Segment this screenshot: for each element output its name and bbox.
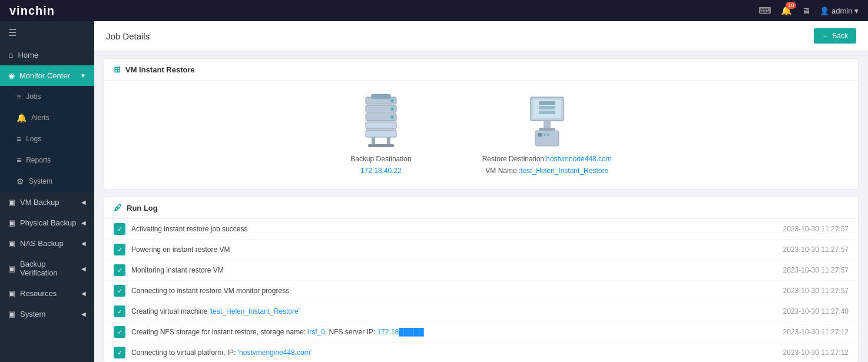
keyboard-icon[interactable]: ⌨	[758, 5, 771, 16]
sidebar-label-reports: Reports	[26, 156, 51, 164]
vm-instant-restore-header: ⊞ VM Instant Restore	[104, 59, 858, 81]
sidebar-sub-monitor: ≡ Jobs 🔔 Alerts ≡ Logs ≡ Reports ⚙ Syste…	[0, 86, 94, 192]
log-message: Activating instant restore job success	[131, 225, 783, 233]
sidebar-item-backup-verification[interactable]: ▣ Backup Verification ◀	[0, 254, 94, 283]
sidebar-label-logs: Logs	[26, 135, 41, 143]
sidebar-toggle[interactable]: ☰	[0, 21, 94, 44]
sidebar-item-nas-backup[interactable]: ▣ NAS Backup ◀	[0, 233, 94, 254]
sidebar-item-reports[interactable]: ≡ Reports	[0, 150, 94, 171]
log-check-icon: ✓	[114, 244, 125, 255]
log-row: ✓Creating NFS storage for instant restor…	[104, 322, 858, 343]
svg-rect-9	[372, 137, 375, 145]
vm-name-link[interactable]: test_Helen_Instant_Restore	[521, 167, 608, 175]
sidebar-item-resources[interactable]: ▣ Resources ◀	[0, 283, 94, 304]
monitor-center-icon: ◉	[8, 71, 15, 80]
sidebar-label-alerts: Alerts	[31, 114, 49, 122]
sidebar-item-jobs[interactable]: ≡ Jobs	[0, 86, 94, 107]
system-sub-icon: ⚙	[16, 177, 24, 186]
home-icon: ⌂	[8, 50, 13, 59]
svg-rect-16	[539, 111, 555, 114]
log-row: ✓Activating instant restore job success2…	[104, 219, 858, 240]
logo-chin: chin	[28, 4, 55, 17]
logo-vin: vin	[9, 4, 28, 17]
backup-verification-icon: ▣	[8, 264, 15, 273]
log-message: Powering on instant restore VM	[131, 245, 783, 254]
log-message: Connecting to virtual platform, IP: 'hos…	[131, 348, 783, 357]
chevron-left-icon5: ◀	[81, 290, 86, 297]
back-button[interactable]: ← Back	[814, 28, 856, 44]
jobs-icon: ≡	[16, 92, 21, 101]
sidebar-label-resources: Resources	[20, 289, 57, 298]
restore-destination-label: Restore Destination:hostvmnode448.com	[482, 155, 612, 163]
desktop-icon	[526, 94, 568, 150]
sidebar-item-logs[interactable]: ≡ Logs	[0, 128, 94, 150]
logo: vinchin	[9, 4, 55, 18]
log-message: Creating virtual machine 'test_Helen_Ins…	[131, 307, 783, 315]
log-timestamp: 2023-10-30 11:27:57	[783, 266, 849, 274]
user-menu[interactable]: 👤 admin ▾	[820, 6, 859, 15]
svg-point-21	[544, 134, 546, 136]
svg-rect-14	[539, 101, 555, 105]
notification-icon[interactable]: 🔔 10	[781, 5, 792, 16]
topbar-right: ⌨ 🔔 10 🖥 👤 admin ▾	[758, 5, 859, 16]
sidebar-label-system-sub: System	[29, 177, 52, 185]
topbar: vinchin ⌨ 🔔 10 🖥 👤 admin ▾	[0, 0, 868, 21]
sidebar-label-home: Home	[18, 51, 38, 59]
restore-host-link[interactable]: hostvmnode448.com	[546, 155, 611, 163]
nas-backup-icon: ▣	[8, 239, 15, 248]
chevron-left-icon2: ◀	[81, 220, 86, 226]
log-timestamp: 2023-10-30 11:27:40	[783, 307, 849, 315]
log-check-icon: ✓	[114, 264, 125, 276]
run-log-title: Run Log	[127, 204, 158, 212]
vm-instant-restore-title: VM Instant Restore	[125, 65, 195, 74]
log-message: Connecting to instant restore VM monitor…	[131, 287, 783, 295]
chevron-down-icon: ▼	[80, 72, 86, 79]
svg-rect-17	[544, 121, 551, 129]
svg-rect-4	[366, 130, 396, 137]
log-message: Monitoring instant restore VM	[131, 266, 783, 274]
svg-rect-10	[387, 137, 390, 145]
log-row: ✓Monitoring instant restore VM2023-10-30…	[104, 260, 858, 281]
sidebar-item-monitor-center[interactable]: ◉ Monitor Center ▼	[0, 65, 94, 86]
sidebar-item-home[interactable]: ⌂ Home	[0, 44, 94, 65]
sidebar-item-physical-backup[interactable]: ▣ Physical Backup ◀	[0, 212, 94, 233]
vm-backup-icon: ▣	[8, 198, 15, 207]
run-log-list: ✓Activating instant restore job success2…	[104, 219, 858, 362]
svg-point-6	[390, 107, 394, 111]
log-check-icon: ✓	[114, 285, 125, 297]
run-log-header: 🖊 Run Log	[104, 197, 858, 219]
notification-badge: 10	[786, 2, 796, 9]
log-check-icon: ✓	[114, 305, 125, 317]
sidebar-label-jobs: Jobs	[26, 92, 41, 101]
restore-section-icon: ⊞	[114, 65, 121, 74]
backup-ip-link[interactable]: 172.18.40.22	[360, 167, 402, 175]
sidebar-item-vm-backup[interactable]: ▣ VM Backup ◀	[0, 192, 94, 212]
log-message: Creating NFS storage for instant restore…	[131, 328, 783, 336]
restore-destination-node: Restore Destination:hostvmnode448.com VM…	[482, 92, 612, 175]
log-row: ✓Creating virtual machine 'test_Helen_In…	[104, 301, 858, 322]
sidebar-label-backup-verification: Backup Verification	[20, 260, 81, 277]
svg-rect-11	[368, 144, 394, 147]
chevron-left-icon6: ◀	[81, 311, 86, 317]
log-timestamp: 2023-10-30 11:27:57	[783, 245, 849, 254]
sidebar-label-vm-backup: VM Backup	[20, 198, 59, 207]
svg-rect-8	[372, 94, 390, 98]
sidebar-item-system-main[interactable]: ▣ System ◀	[0, 304, 94, 324]
logs-icon: ≡	[16, 134, 21, 144]
run-log-icon: 🖊	[114, 203, 122, 212]
chevron-left-icon3: ◀	[81, 240, 86, 247]
monitor-icon[interactable]: 🖥	[801, 6, 810, 16]
sidebar-label-physical-backup: Physical Backup	[20, 218, 76, 227]
vm-name-label: VM Name :test_Helen_Instant_Restore	[485, 167, 608, 175]
log-row: ✓Connecting to virtual platform, IP: 'ho…	[104, 343, 858, 362]
svg-rect-20	[538, 133, 542, 137]
sidebar-label-nas-backup: NAS Backup	[20, 239, 64, 248]
svg-point-7	[390, 115, 394, 119]
svg-rect-18	[539, 128, 555, 131]
backup-destination-node: Backup Destination 172.18.40.22	[350, 92, 411, 175]
sidebar: ☰ ⌂ Home ◉ Monitor Center ▼ ≡ Jobs 🔔 Ale…	[0, 21, 94, 362]
log-timestamp: 2023-10-30 11:27:12	[783, 348, 849, 357]
physical-backup-icon: ▣	[8, 218, 15, 227]
sidebar-item-alerts[interactable]: 🔔 Alerts	[0, 107, 94, 128]
sidebar-item-system-sub[interactable]: ⚙ System	[0, 171, 94, 192]
